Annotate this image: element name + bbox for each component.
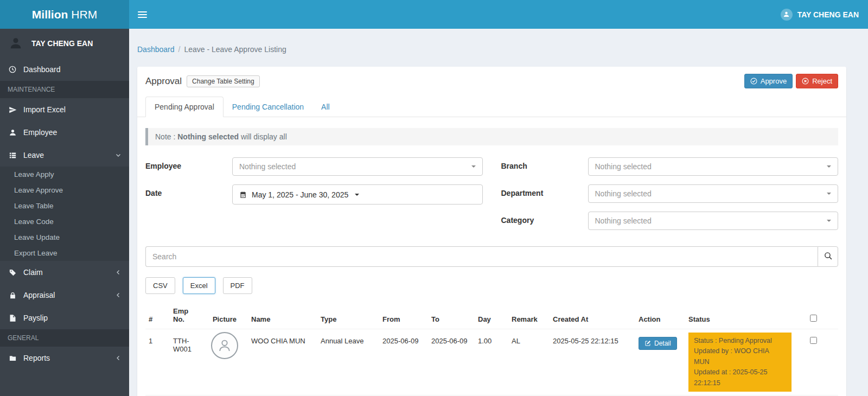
tab-pending-approval[interactable]: Pending Approval xyxy=(145,97,224,117)
employee-label: Employee xyxy=(145,157,232,176)
table-header-row: # Emp No. Picture Name Type From To Day … xyxy=(145,304,838,329)
col-picture: Picture xyxy=(201,304,248,329)
paper-plane-icon xyxy=(8,106,17,114)
sidebar-item-dashboard[interactable]: Dashboard xyxy=(0,58,129,81)
col-type: Type xyxy=(317,304,379,329)
user-icon xyxy=(9,36,23,50)
change-table-setting-button[interactable]: Change Table Setting xyxy=(187,75,260,87)
col-select-all xyxy=(806,304,838,329)
table-row: 1 TTH-W001 WOO CHIA MUN Annual Leave 202… xyxy=(145,329,838,395)
csv-export-button[interactable]: CSV xyxy=(145,277,175,294)
edit-icon xyxy=(644,340,651,347)
row-day: 1.00 xyxy=(475,329,508,395)
user-menu[interactable]: TAY CHENG EAN xyxy=(771,0,868,29)
col-to: To xyxy=(428,304,475,329)
caret-down-icon xyxy=(471,165,476,168)
top-header: Million HRM TAY CHENG EAN xyxy=(0,0,868,29)
select-all-checkbox[interactable] xyxy=(810,315,817,322)
x-circle-icon xyxy=(802,78,809,85)
sidebar: TAY CHENG EAN Dashboard MAINTENANCE Impo… xyxy=(0,29,129,396)
date-label: Date xyxy=(145,184,232,205)
header-user-name: TAY CHENG EAN xyxy=(797,10,859,19)
note-prefix: Note : xyxy=(155,132,177,141)
sidebar-item-employee[interactable]: Employee xyxy=(0,121,129,144)
chevron-down-icon xyxy=(115,152,122,158)
panel-title: Approval xyxy=(145,76,182,87)
filter-form: Employee Nothing selected Date May 1, 20… xyxy=(137,157,846,230)
employee-icon xyxy=(8,129,17,137)
col-status: Status xyxy=(685,304,806,329)
sidebar-section-general: GENERAL xyxy=(0,329,129,347)
breadcrumb-current: Leave - Leave Approve Listing xyxy=(184,45,286,54)
search-icon xyxy=(824,251,833,262)
sidebar-item-claim[interactable]: Claim xyxy=(0,261,129,284)
tab-bar: Pending Approval Pending Cancellation Al… xyxy=(137,93,846,117)
check-circle-icon xyxy=(750,78,757,85)
row-number: 1 xyxy=(145,329,170,395)
reject-button[interactable]: Reject xyxy=(796,74,838,88)
branch-label: Branch xyxy=(501,157,588,176)
table-search xyxy=(145,246,838,267)
main-content: Dashboard / Leave - Leave Approve Listin… xyxy=(129,29,868,396)
status-badge: Status : Pending Approval Updated by : W… xyxy=(688,333,792,392)
employee-select[interactable]: Nothing selected xyxy=(232,157,483,176)
note-bold: Nothing selected xyxy=(177,132,239,141)
breadcrumb-dashboard-link[interactable]: Dashboard xyxy=(137,45,175,54)
col-emp-no: Emp No. xyxy=(170,304,201,329)
approve-button[interactable]: Approve xyxy=(744,74,793,88)
branch-select[interactable]: Nothing selected xyxy=(588,157,839,176)
sidebar-item-payslip[interactable]: Payslip xyxy=(0,306,129,329)
search-button[interactable] xyxy=(818,246,838,267)
brand-bold: Million xyxy=(32,8,68,21)
col-day: Day xyxy=(475,304,508,329)
caret-down-icon xyxy=(827,165,831,168)
sidebar-subitem-leave-update[interactable]: Leave Update xyxy=(0,229,129,245)
sidebar-item-appraisal[interactable]: Appraisal xyxy=(0,284,129,306)
col-num: # xyxy=(145,304,170,329)
sidebar-nav: Dashboard MAINTENANCE Import Excel Emplo… xyxy=(0,58,129,369)
row-name: WOO CHIA MUN xyxy=(248,329,317,395)
folder-icon xyxy=(8,354,17,362)
row-created-at: 2025-05-25 22:12:15 xyxy=(550,329,635,395)
detail-button[interactable]: Detail xyxy=(639,337,677,350)
panel-header: Approval Change Table Setting Approve Re… xyxy=(137,67,846,93)
tab-all[interactable]: All xyxy=(312,97,339,117)
caret-down-icon xyxy=(827,193,831,195)
note-suffix: will display all xyxy=(239,132,287,141)
note-callout: Note : Nothing selected will display all xyxy=(145,128,838,145)
sidebar-item-leave[interactable]: Leave xyxy=(0,144,129,167)
chevron-left-icon xyxy=(115,355,122,361)
date-range-picker[interactable]: May 1, 2025 - June 30, 2025 xyxy=(232,184,483,205)
sidebar-subitem-leave-apply[interactable]: Leave Apply xyxy=(0,167,129,182)
department-select[interactable]: Nothing selected xyxy=(588,184,839,203)
brand-logo[interactable]: Million HRM xyxy=(0,0,129,29)
chevron-left-icon xyxy=(115,269,122,276)
sidebar-user-name: TAY CHENG EAN xyxy=(31,39,93,48)
sidebar-subitem-export-leave[interactable]: Export Leave xyxy=(0,245,129,261)
file-icon xyxy=(8,314,17,322)
calendar-icon xyxy=(239,191,247,199)
user-avatar-icon xyxy=(781,9,793,21)
approval-panel: Approval Change Table Setting Approve Re… xyxy=(137,67,846,396)
sidebar-subitem-leave-approve[interactable]: Leave Approve xyxy=(0,182,129,198)
category-select[interactable]: Nothing selected xyxy=(588,212,839,230)
col-name: Name xyxy=(248,304,317,329)
col-action: Action xyxy=(635,304,685,329)
row-checkbox[interactable] xyxy=(810,337,817,344)
sidebar-item-import-excel[interactable]: Import Excel xyxy=(0,98,129,121)
tab-pending-cancellation[interactable]: Pending Cancellation xyxy=(224,97,312,117)
sidebar-item-reports[interactable]: Reports xyxy=(0,347,129,369)
sidebar-subitem-leave-table[interactable]: Leave Table xyxy=(0,198,129,214)
col-from: From xyxy=(379,304,428,329)
export-buttons: CSV Excel PDF xyxy=(145,277,838,294)
hamburger-icon xyxy=(138,11,147,12)
excel-export-button[interactable]: Excel xyxy=(183,277,215,294)
row-to: 2025-06-09 xyxy=(428,329,475,395)
pdf-export-button[interactable]: PDF xyxy=(223,277,252,294)
sidebar-toggle-button[interactable] xyxy=(129,0,155,29)
date-range-value: May 1, 2025 - June 30, 2025 xyxy=(252,190,348,199)
dashboard-icon xyxy=(8,65,17,74)
caret-down-icon xyxy=(355,194,359,196)
search-input[interactable] xyxy=(145,246,818,267)
sidebar-subitem-leave-code[interactable]: Leave Code xyxy=(0,214,129,229)
